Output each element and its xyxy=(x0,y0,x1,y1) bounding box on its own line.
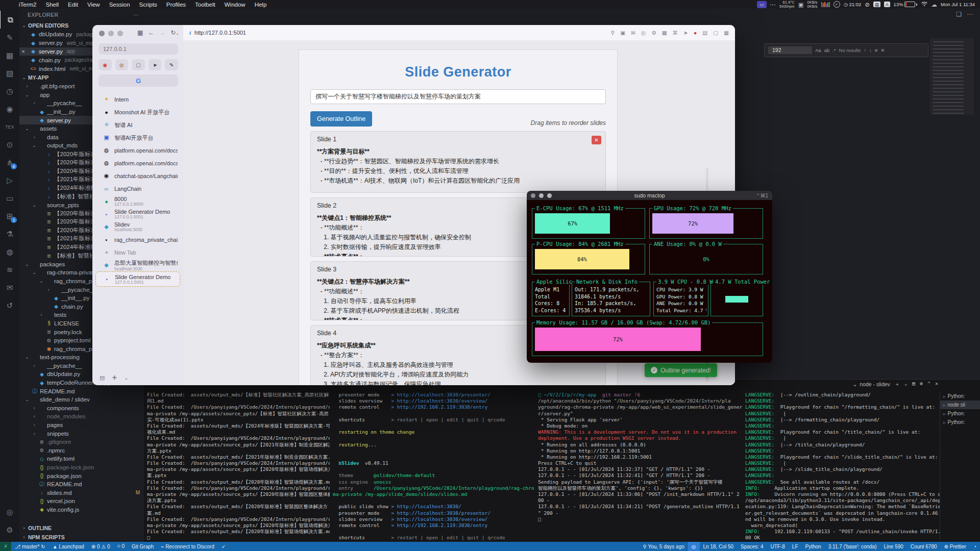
sidebar-footer-icon[interactable]: ⌄ xyxy=(124,374,129,381)
status-bar-item[interactable]: ⌁ Reconnect to Discord xyxy=(157,544,217,549)
find-next-icon[interactable]: ↓ xyxy=(869,47,872,53)
status-bar-item[interactable]: Ln 18, Col 50 xyxy=(700,544,738,549)
extension-icon[interactable]: ⚙ xyxy=(651,30,656,36)
extension-icon[interactable]: ▢ xyxy=(713,30,718,36)
tab-item[interactable]: ● 8000127.0.0.1:8000 xyxy=(95,195,180,208)
mactop-titlebar[interactable]: sudo mactop ⌃⌘1 xyxy=(527,191,772,200)
split-editor-icon[interactable]: ❏ xyxy=(956,11,962,18)
activity-bar-item[interactable]: ⊙ xyxy=(0,136,19,154)
activity-bar-item[interactable]: ✎ xyxy=(0,29,19,46)
activity-bar-item[interactable]: ◉ xyxy=(0,100,19,118)
extension-icon[interactable]: ⌘ xyxy=(673,30,678,36)
terminal-session[interactable]: ▹ Python: xyxy=(940,409,980,418)
extension-icon[interactable]: ⚲ xyxy=(611,30,615,36)
activity-bar-item[interactable]: ↺ xyxy=(0,296,19,314)
status-bar-item[interactable]: Python xyxy=(802,544,825,549)
tab-item[interactable]: ▪ Slide Generator Demo127.0.0.1:5001 xyxy=(95,271,180,287)
activity-bar-item[interactable]: TEX xyxy=(0,118,19,136)
menu-item[interactable]: Help xyxy=(250,2,272,8)
extension-icon[interactable]: ➤ xyxy=(683,30,688,36)
tree-item[interactable]: › node_modules xyxy=(19,412,144,421)
status-bar-item[interactable]: Spaces: 4 xyxy=(737,544,767,549)
google-shortcut[interactable]: G xyxy=(99,74,178,87)
tab-item[interactable]: ● Moonshot AI 开放平台 xyxy=(95,106,180,118)
temp-fan-status[interactable]: 61.9°C5430rpm xyxy=(779,1,795,9)
menu-item[interactable]: Profiles xyxy=(162,2,190,8)
more-icon[interactable]: ⋯ xyxy=(770,1,776,8)
terminal-files-log[interactable]: File Created: assets/output_mds/【标准】智慧社区… xyxy=(147,392,330,541)
delete-slide-button[interactable]: ✕ xyxy=(592,136,601,144)
activity-bar-item[interactable]: ◍ xyxy=(0,243,19,261)
outline-header[interactable]: ›OUTLINE xyxy=(19,523,144,533)
activity-bar-item[interactable]: ⧉ xyxy=(0,11,20,29)
status-bar-item[interactable]: Git Graph xyxy=(128,544,157,549)
activity-bar-item[interactable]: ≋ xyxy=(0,261,19,279)
terminal-session[interactable]: ▹ Python: xyxy=(940,418,980,427)
status-bar-item[interactable]: ⚡ xyxy=(0,542,11,551)
terminal-toolbar-icon[interactable]: ⊗ xyxy=(920,381,923,388)
close-icon[interactable]: ✕ xyxy=(21,49,27,54)
activity-bar-item[interactable]: ▧ xyxy=(0,64,19,82)
tree-item[interactable]: {} package-lock.json xyxy=(19,463,144,472)
sidebar-footer-icon[interactable]: ▤ xyxy=(100,374,105,381)
mute-icon[interactable]: ⊘ xyxy=(865,1,870,8)
extension-icon[interactable]: ◎ xyxy=(641,30,646,36)
status-bar-item[interactable]: ▲ Launchpad xyxy=(49,544,88,549)
sidebar-footer-icon[interactable]: ✚ xyxy=(112,374,116,381)
activity-bar-item[interactable]: ◎ xyxy=(0,503,19,521)
status-bar-item[interactable]: ⊗ Prettier xyxy=(941,544,970,549)
tab-item[interactable]: ◉ chatchat-space/Langchain-... xyxy=(95,169,180,182)
info-icon[interactable]: i xyxy=(189,30,191,36)
cloud-icon[interactable]: ☁ xyxy=(932,1,938,8)
find-prev-icon[interactable]: ↑ xyxy=(864,47,866,53)
status-bar-item[interactable]: UTF-8 xyxy=(767,544,789,549)
terminal-picker[interactable]: ⌄node - slidev xyxy=(852,381,890,387)
tab-item[interactable]: ▣ 智谱AI开放平台 xyxy=(95,131,180,144)
check-circle-icon[interactable]: ✓ xyxy=(834,1,840,8)
favorite-icon[interactable]: ✎ xyxy=(165,59,178,70)
network-status[interactable]: 0KB/s0KB/s xyxy=(807,1,818,9)
tab-item[interactable]: ◍ platform.openai.com/docs/... xyxy=(95,144,180,157)
tree-item[interactable]: › pages xyxy=(19,421,144,430)
activity-bar-item[interactable]: ⚙ xyxy=(0,521,19,539)
wifi-icon[interactable] xyxy=(921,2,928,7)
menu-item[interactable]: Session xyxy=(105,2,135,8)
activity-bar-item[interactable]: ◷ xyxy=(0,82,19,100)
status-bar-item[interactable]: LF xyxy=(789,544,802,549)
terminal-toolbar-icon[interactable]: ▤ xyxy=(912,381,915,388)
terminal-flask-log[interactable]: □ ~/V/2/I/p/r/my-app git master !6/opt/a… xyxy=(538,392,742,541)
terminal-toolbar-icon[interactable]: ＋ xyxy=(895,381,900,388)
forward-icon[interactable]: → xyxy=(159,29,165,36)
tree-item[interactable]: {} vercel.json xyxy=(19,497,144,506)
tree-item[interactable]: ↓ slides.md M xyxy=(19,488,144,497)
tree-item[interactable]: ⚙ .gitignore xyxy=(19,438,144,446)
tab-item[interactable]: ◍ platform.openai.com/docs/... xyxy=(95,157,180,169)
status-bar-item[interactable]: ⎇ master* ↻ xyxy=(11,544,49,549)
tab-item[interactable]: ＋ New Tab xyxy=(95,246,180,259)
back-icon[interactable]: ← xyxy=(148,29,154,36)
favorite-icon[interactable]: ➤ xyxy=(149,59,162,70)
topic-input[interactable]: 撰写一个关于智慧写字楼智能梯控以及智慧停车场的策划方案 xyxy=(310,89,606,104)
istat-bars-icon[interactable] xyxy=(821,2,830,7)
menu-item[interactable]: Toolbelt xyxy=(190,2,220,8)
menu-item[interactable]: View xyxy=(83,2,105,8)
status-bar-item[interactable]: ✓ xyxy=(218,544,229,549)
menu-item[interactable]: Edit xyxy=(63,2,83,8)
tab-item[interactable]: ▪ rag_chroma_private_chain... xyxy=(95,233,180,246)
tree-item[interactable]: › components xyxy=(19,404,144,413)
terminal-toolbar-icon[interactable]: ✕ xyxy=(935,381,938,388)
battery-status[interactable]: 13% xyxy=(894,2,917,7)
activity-bar-item[interactable]: ⚗ xyxy=(0,225,19,243)
status-bar-item[interactable]: 3.11.7 ('base': conda) xyxy=(825,544,880,549)
find-close-icon[interactable]: ✕ xyxy=(880,47,885,53)
status-bar-item[interactable]: ◎ xyxy=(688,542,700,551)
favorite-icon[interactable]: ◍ xyxy=(115,59,129,70)
tab-item[interactable]: ◆ 总部大厦智能梯控与智慧停...localhost:3030 xyxy=(95,259,180,271)
match-case-toggle[interactable]: Aa xyxy=(815,47,821,53)
tab-item[interactable]: ∞ LangChain xyxy=(95,182,180,195)
menu-item[interactable]: Shell xyxy=(41,2,64,8)
activity-bar-item[interactable]: ▷ xyxy=(0,171,19,189)
terminal-session[interactable]: ▹ node sli xyxy=(940,400,980,409)
extension-icon[interactable]: ▤ xyxy=(702,30,707,36)
menu-item[interactable]: Window xyxy=(220,2,250,8)
